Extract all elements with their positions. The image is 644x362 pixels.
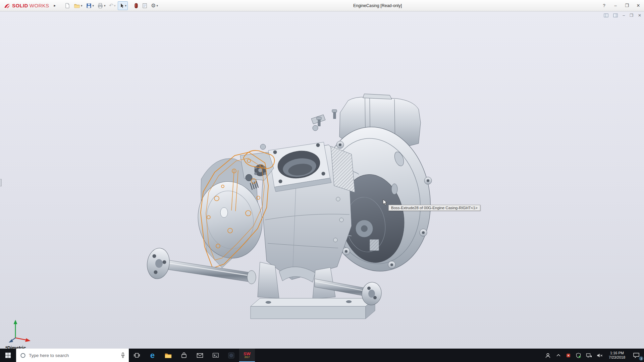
microphone-icon[interactable] (120, 352, 125, 359)
edge-browser-button[interactable]: e (145, 349, 160, 362)
clock-date: 7/23/2018 (609, 355, 625, 360)
undo-dropdown-arrow[interactable]: ▾ (114, 4, 116, 7)
network-button[interactable] (584, 349, 594, 362)
mouse-cursor-icon (382, 199, 388, 206)
undo-button[interactable]: ↶ ▾ (108, 1, 117, 10)
doc-restore-button[interactable]: ❐ (630, 13, 633, 18)
store-button[interactable] (176, 349, 192, 362)
solidworks-version-label: 2017 (245, 356, 250, 359)
brand-solid-text: SOLID (12, 3, 28, 8)
volume-button[interactable] (594, 349, 605, 362)
print-dropdown-arrow[interactable]: ▾ (104, 4, 106, 7)
new-document-icon (64, 3, 70, 9)
command-prompt-icon (212, 353, 219, 358)
document-window-controls: – ❐ ✕ (604, 13, 641, 18)
brand-works-text: WORKS (30, 3, 49, 8)
start-button[interactable] (0, 349, 16, 362)
command-prompt-button[interactable] (208, 349, 223, 362)
folder-icon (165, 353, 172, 358)
titlebar: SOLIDWORKS ▸ ▾ ▾ (0, 0, 644, 11)
window-title: EngineCasing [Read-only] (159, 3, 596, 8)
open-dropdown-arrow[interactable]: ▾ (81, 4, 83, 7)
window-controls: ? – ❐ ✕ (598, 1, 644, 10)
taskbar: e SW 2017 (0, 349, 644, 362)
edge-icon: e (150, 351, 155, 359)
solidworks-app-icon: SW (244, 352, 251, 356)
top-studs[interactable] (260, 110, 337, 149)
appearance-icon (134, 3, 139, 9)
network-icon (586, 353, 592, 358)
file-explorer-button[interactable] (160, 349, 176, 362)
close-button[interactable]: ✕ (633, 1, 644, 10)
ds-swoosh-icon (3, 3, 11, 9)
maximize-button[interactable]: ❐ (621, 1, 633, 10)
view-orientation-label: *Dimetric (5, 345, 26, 349)
chevron-up-icon (556, 353, 561, 358)
save-button[interactable]: ▾ (85, 1, 96, 10)
options-dropdown-arrow[interactable]: ▾ (156, 4, 158, 7)
tray-app-icon (566, 353, 571, 358)
windows-logo-icon (5, 352, 11, 358)
people-icon (545, 353, 551, 358)
open-button[interactable]: ▾ (72, 1, 84, 10)
select-dropdown-arrow[interactable]: ▾ (125, 4, 127, 7)
open-folder-icon (74, 3, 80, 9)
mail-envelope-icon (197, 353, 203, 358)
solidworks-taskbar-button[interactable]: SW 2017 (239, 349, 255, 362)
pane-splitter-handle[interactable] (0, 179, 2, 186)
select-tool-button[interactable]: ▾ (118, 1, 128, 10)
clock-time: 1:16 PM (610, 351, 624, 355)
orientation-triad (7, 317, 34, 344)
people-button[interactable] (542, 349, 553, 362)
graphics-viewport[interactable]: – ❐ ✕ (0, 11, 644, 349)
new-document-button[interactable] (63, 1, 72, 10)
save-floppy-icon (86, 3, 92, 9)
print-button[interactable]: ▾ (96, 1, 107, 10)
task-view-button[interactable] (129, 349, 145, 362)
selection-tooltip: Boss-Extrude28 of 00G-Engine Casing-RIGH… (388, 205, 480, 211)
engine-casing-model[interactable] (0, 11, 644, 349)
appearance-button[interactable] (132, 1, 140, 10)
undo-icon: ↶ (109, 3, 113, 8)
store-bag-icon (181, 352, 187, 358)
shield-icon (576, 353, 581, 358)
select-cursor-icon (119, 3, 124, 9)
x-axis-arrow (15, 338, 31, 342)
search-input[interactable] (29, 353, 117, 358)
toolbar-flyout-arrow[interactable]: ▸ (54, 3, 56, 8)
action-center-button[interactable]: 3 (629, 349, 644, 362)
y-axis-arrow (14, 320, 17, 338)
print-icon (97, 3, 103, 9)
doc-close-button[interactable]: ✕ (638, 13, 641, 18)
taskbar-search[interactable] (16, 349, 129, 362)
z-axis-arrow (9, 338, 15, 343)
solidworks-logo: SOLIDWORKS (3, 3, 49, 9)
file-properties-icon (142, 3, 148, 9)
gear-icon: ⚙ (151, 3, 156, 8)
tray-overflow-button[interactable] (553, 349, 564, 362)
system-tray: 1:16 PM 7/23/2018 3 (542, 349, 644, 362)
save-dropdown-arrow[interactable]: ▾ (93, 4, 94, 7)
display-pane-toggle-icon[interactable] (613, 13, 618, 17)
dark-app-button[interactable] (223, 349, 239, 362)
notification-badge: 3 (639, 356, 643, 361)
minimize-button[interactable]: – (610, 1, 621, 10)
volume-muted-icon (597, 353, 603, 358)
help-button[interactable]: ? (598, 1, 610, 10)
file-properties-button[interactable] (141, 1, 149, 10)
task-view-icon (133, 352, 140, 358)
options-button[interactable]: ⚙ ▾ (150, 1, 159, 10)
security-shield-button[interactable] (573, 349, 584, 362)
action-center-icon (633, 352, 640, 358)
taskbar-clock[interactable]: 1:16 PM 7/23/2018 (605, 349, 629, 362)
mail-button[interactable] (192, 349, 208, 362)
quick-access-toolbar: ▾ ▾ ▾ ↶ ▾ ▾ (63, 1, 159, 10)
tray-app-button[interactable] (564, 349, 573, 362)
cylinder-bore-flange[interactable] (268, 142, 331, 192)
feature-pane-toggle-icon[interactable] (604, 13, 608, 17)
cortana-icon (20, 353, 26, 358)
dark-app-icon (228, 352, 234, 359)
doc-minimize-button[interactable]: – (623, 13, 625, 18)
